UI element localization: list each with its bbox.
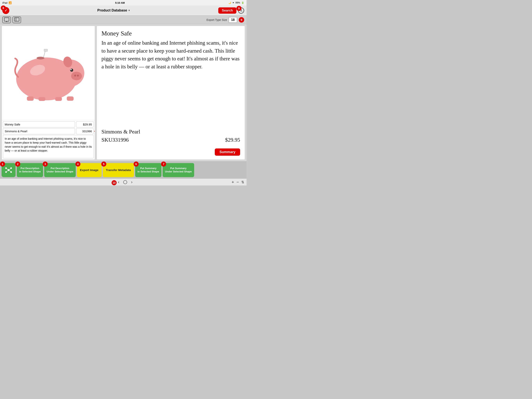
- badge-7: 7: [161, 161, 166, 167]
- badge-1: 1: [0, 161, 5, 167]
- description-row: In an age of online banking and Internet…: [3, 135, 94, 158]
- ipad-view-button[interactable]: [2, 17, 11, 23]
- svg-point-26: [5, 171, 7, 173]
- product-fields: Money Safe $29.95 Simmons & Pearl 331996…: [2, 120, 95, 160]
- status-left: iPad 📶: [2, 1, 12, 4]
- product-brand-right: Simmons & Pearl: [101, 129, 240, 135]
- badge-9: 9: [236, 6, 241, 11]
- svg-point-13: [70, 69, 72, 70]
- product-price-right: $29.95: [225, 137, 240, 143]
- svg-point-24: [5, 167, 7, 169]
- badge8-wrapper: 8 ✓: [2, 7, 9, 14]
- btn4-wrapper: 4 Export Image: [77, 163, 102, 177]
- svg-point-8: [71, 72, 82, 80]
- badge-2: 2: [15, 161, 20, 167]
- svg-rect-3: [6, 21, 7, 22]
- sidebar-icon: [14, 18, 19, 22]
- product-image-container: [2, 26, 95, 120]
- badge-10: 10: [112, 180, 117, 185]
- nav-right: Search 9: [218, 7, 244, 14]
- sku-price-row: SKU331996 $29.95: [101, 137, 240, 143]
- sort-icon[interactable]: ⇅: [241, 180, 244, 184]
- export-type-label: Export Type Size: [206, 18, 227, 21]
- sidebar-view-button[interactable]: [13, 17, 21, 23]
- product-sku-right: SKU331996: [101, 137, 129, 143]
- toolbar: Export Type Size 18 9: [0, 16, 247, 24]
- product-description-field[interactable]: In an age of online banking and Internet…: [3, 135, 94, 158]
- badge-3: 3: [43, 161, 48, 167]
- badge-9-toolbar: 9: [239, 17, 244, 23]
- wifi-icon: 📶: [9, 1, 12, 4]
- nav-title-dropdown[interactable]: Product Database ▼: [97, 8, 130, 13]
- btn7-wrapper: 7 Put Summary Under Selected Shape: [163, 163, 194, 177]
- next-button[interactable]: ›: [131, 180, 133, 185]
- btn1-wrapper: 1: [1, 163, 16, 177]
- svg-point-25: [10, 167, 12, 169]
- nav-center-group: 10 ‹ ›: [114, 180, 133, 185]
- svg-rect-2: [4, 18, 9, 21]
- nav-bar: 8 ✓ Product Database ▼ Search 9: [0, 6, 247, 16]
- status-time: 5:10 AM: [115, 1, 125, 4]
- app-title: Product Database: [97, 8, 127, 13]
- product-name-field[interactable]: Money Safe: [3, 121, 75, 127]
- search-button[interactable]: Search: [218, 7, 236, 14]
- svg-line-21: [44, 51, 45, 58]
- svg-rect-16: [55, 97, 62, 101]
- nav-left: 8 ✓: [2, 7, 9, 14]
- put-description-in-button[interactable]: Put Description in Selected Shape: [17, 163, 43, 177]
- status-right: 🌙 ✦ 99% 🔋: [228, 1, 244, 4]
- btn2-wrapper: 2 Put Description in Selected Shape: [17, 163, 43, 177]
- product-sku-field[interactable]: 331996: [76, 128, 94, 134]
- export-image-button[interactable]: Export Image: [77, 163, 102, 177]
- svg-line-28: [7, 169, 8, 169]
- status-bar: iPad 📶 5:10 AM 🌙 ✦ 99% 🔋: [0, 0, 247, 6]
- search-label: Search: [222, 9, 233, 13]
- summary-button[interactable]: Summary: [215, 148, 240, 156]
- btn6-wrapper: 6 Put Summary in Selected Shape: [135, 163, 161, 177]
- svg-point-12: [70, 69, 73, 72]
- export-size-input[interactable]: 18: [229, 17, 237, 23]
- svg-line-31: [10, 171, 10, 171]
- network-icon: [5, 167, 12, 174]
- svg-rect-4: [14, 18, 19, 21]
- put-summary-in-button[interactable]: Put Summary in Selected Shape: [135, 163, 161, 177]
- product-description-right: In an age of online banking and Internet…: [101, 39, 240, 127]
- btn3-wrapper: 3 Put Description Under Selected Shape: [44, 163, 76, 177]
- left-panel: Money Safe $29.95 Simmons & Pearl 331996…: [1, 26, 95, 160]
- svg-rect-15: [38, 97, 45, 101]
- product-image: [7, 45, 89, 101]
- svg-rect-17: [67, 97, 74, 101]
- btn5-wrapper: 5 Transfer Metadata: [103, 163, 134, 177]
- badge-8: 8: [1, 6, 6, 11]
- device-label: iPad: [2, 1, 7, 4]
- product-price-field[interactable]: $29.95: [76, 121, 94, 127]
- transfer-metadata-button[interactable]: Transfer Metadata: [103, 163, 134, 177]
- remove-button[interactable]: −: [236, 180, 239, 185]
- bottom-right-controls: + − ⇅: [232, 180, 244, 185]
- moon-icon: 🌙: [228, 1, 231, 4]
- put-summary-under-button[interactable]: Put Summary Under Selected Shape: [163, 163, 194, 177]
- bottom-toolbar: 1 2 Put Description in Selected Shape 3 …: [0, 161, 247, 179]
- main-content: Money Safe $29.95 Simmons & Pearl 331996…: [0, 24, 247, 161]
- svg-point-27: [10, 171, 12, 173]
- badge-5: 5: [101, 161, 106, 167]
- dropdown-arrow-icon: ▼: [128, 9, 130, 12]
- put-description-under-button[interactable]: Put Description Under Selected Shape: [44, 163, 76, 177]
- prev-button[interactable]: ‹: [118, 180, 119, 185]
- product-brand-field[interactable]: Simmons & Pearl: [3, 128, 75, 134]
- unique-id-annotation: Unique ID (SKU): [94, 129, 95, 134]
- svg-point-10: [77, 75, 79, 77]
- name-price-row: Money Safe $29.95: [3, 121, 94, 127]
- svg-line-30: [7, 171, 8, 171]
- svg-point-9: [74, 75, 76, 77]
- right-panel: Money Safe In an age of online banking a…: [97, 26, 245, 160]
- brand-sku-row: Simmons & Pearl 331996 Unique ID (SKU): [3, 128, 94, 134]
- add-button[interactable]: +: [232, 180, 234, 185]
- svg-rect-22: [44, 49, 48, 51]
- svg-line-29: [10, 169, 10, 169]
- svg-line-1: [241, 11, 242, 12]
- product-title-right: Money Safe: [101, 30, 240, 37]
- home-circle[interactable]: [123, 180, 127, 184]
- bluetooth-icon: ✦: [232, 1, 234, 4]
- badge-6: 6: [133, 161, 139, 167]
